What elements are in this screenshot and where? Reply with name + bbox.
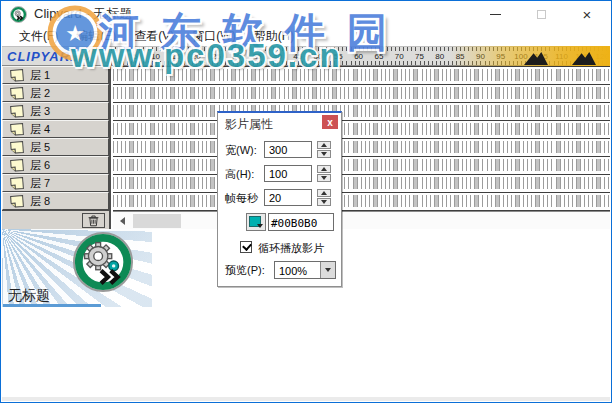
loop-checkbox[interactable] (240, 241, 252, 253)
spin-up-button[interactable] (317, 141, 331, 149)
height-row: 高(H): 100 (218, 165, 341, 183)
combo-dropdown-button[interactable] (320, 262, 335, 278)
note-icon (9, 194, 25, 208)
ruler-number-65: 65 (371, 52, 387, 61)
watermark-gold-band (450, 46, 610, 67)
height-label: 高(H): (225, 167, 254, 182)
preview-panel: 无标题 (2, 229, 152, 307)
scroll-left-button[interactable] (115, 214, 130, 228)
fps-spinner (317, 189, 331, 206)
ruler-number-55: 55 (330, 52, 346, 61)
loop-label: 循环播放影片 (258, 241, 324, 256)
width-row: 宽(W): 300 (218, 141, 341, 159)
layer-label: 层 6 (30, 158, 50, 173)
ruler-number-50: 50 (310, 52, 326, 61)
ruler-number-40: 40 (269, 52, 285, 61)
width-label: 宽(W): (225, 143, 257, 158)
timeline-hscrollbar (113, 211, 610, 229)
document-title: 无标题 (8, 287, 50, 305)
clipyard-logo-text: CLIPYARD (7, 49, 80, 64)
layer-row-3[interactable]: 层 3 (2, 102, 109, 120)
delete-layer-button[interactable] (82, 213, 105, 228)
menu-item-0[interactable]: 文件(F) (10, 26, 67, 47)
color-picker-button[interactable] (246, 213, 266, 231)
flag-icon (572, 52, 596, 65)
spin-down-button[interactable] (317, 174, 331, 182)
dropdown-arrow-icon (257, 224, 263, 228)
layer-label: 层 1 (30, 68, 50, 83)
color-row: #00B0B0 (218, 213, 341, 231)
down-arrow-icon (321, 176, 327, 180)
ruler-number-5: 5 (127, 52, 143, 61)
note-icon (9, 86, 25, 100)
preview-zoom-select[interactable]: 100% (274, 261, 336, 279)
menu-item-1[interactable]: 编辑(E) (67, 26, 125, 47)
up-arrow-icon (321, 143, 327, 147)
ruler-number-60: 60 (351, 52, 367, 61)
up-arrow-icon (321, 191, 327, 195)
note-icon (9, 122, 25, 136)
movie-properties-dialog: 影片属性 x 宽(W): 300 高(H): 100 帧每秒 20 (217, 111, 342, 287)
ruler-number-30: 30 (229, 52, 245, 61)
preview-row: 预览(P): 100% (218, 261, 341, 279)
window-controls: × (472, 1, 610, 27)
layer-label: 层 2 (30, 86, 50, 101)
spin-down-button[interactable] (317, 150, 331, 158)
fps-row: 帧每秒 20 (218, 189, 341, 207)
height-spinner (317, 165, 331, 182)
preview-zoom-value: 100% (279, 265, 307, 277)
color-hex-input[interactable]: #00B0B0 (268, 213, 334, 231)
title-bar: Clipyard - 无标题 × (2, 1, 610, 27)
trash-icon (87, 214, 100, 227)
toolbar-logo: CLIPYARD » (2, 47, 111, 65)
close-button[interactable]: × (564, 1, 610, 27)
left-arrow-icon (120, 217, 125, 225)
height-input[interactable]: 100 (264, 165, 312, 182)
frame-grid[interactable] (113, 66, 610, 211)
maximize-button[interactable] (518, 1, 564, 27)
dialog-title: 影片属性 (225, 116, 273, 133)
chevrons-icon: » (82, 48, 90, 64)
app-window: Clipyard - 无标题 × 文件(F)编辑(E)查看(V)窗口(W)帮助(… (0, 0, 612, 403)
flag-icon (524, 52, 548, 65)
note-icon (9, 104, 25, 118)
fps-input[interactable]: 20 (264, 189, 312, 206)
bottom-strip (2, 397, 610, 401)
layer-row-7[interactable]: 层 7 (2, 174, 109, 192)
ruler-number-80: 80 (432, 52, 448, 61)
menu-item-3[interactable]: 窗口(W) (183, 26, 244, 47)
layer-row-2[interactable]: 层 2 (2, 84, 109, 102)
spin-up-button[interactable] (317, 189, 331, 197)
down-arrow-icon (321, 200, 327, 204)
layer-label: 层 8 (30, 194, 50, 209)
layer-row-5[interactable]: 层 5 (2, 138, 109, 156)
minimize-button[interactable] (472, 1, 518, 27)
scrollbar-thumb[interactable] (133, 214, 181, 228)
ruler-number-35: 35 (249, 52, 265, 61)
layer-panel-footer (2, 210, 109, 229)
spin-down-button[interactable] (317, 198, 331, 206)
layer-label: 层 3 (30, 104, 50, 119)
layer-row-1[interactable]: 层 1 (2, 66, 109, 84)
app-logo-icon (10, 6, 27, 23)
toolbar-ruler-row: CLIPYARD » 51015202530354045505560657075… (2, 46, 610, 66)
title-underline (3, 304, 101, 307)
ruler-number-25: 25 (209, 52, 225, 61)
layer-row-6[interactable]: 层 6 (2, 156, 109, 174)
menu-item-4[interactable]: 帮助(H) (245, 26, 304, 47)
spin-up-button[interactable] (317, 165, 331, 173)
close-icon: × (583, 7, 592, 22)
width-input[interactable]: 300 (264, 141, 312, 158)
layer-row-4[interactable]: 层 4 (2, 120, 109, 138)
menu-item-2[interactable]: 查看(V) (125, 26, 183, 47)
down-arrow-icon (325, 268, 331, 272)
maximize-icon (537, 10, 546, 19)
note-icon (9, 140, 25, 154)
up-arrow-icon (321, 167, 327, 171)
layer-label: 层 7 (30, 176, 50, 191)
loop-row: 循环播放影片 (218, 239, 341, 257)
layer-row-8[interactable]: 层 8 (2, 192, 109, 210)
down-arrow-icon (321, 152, 327, 156)
dialog-title-bar: 影片属性 x (218, 113, 341, 133)
dialog-close-button[interactable]: x (322, 115, 338, 129)
